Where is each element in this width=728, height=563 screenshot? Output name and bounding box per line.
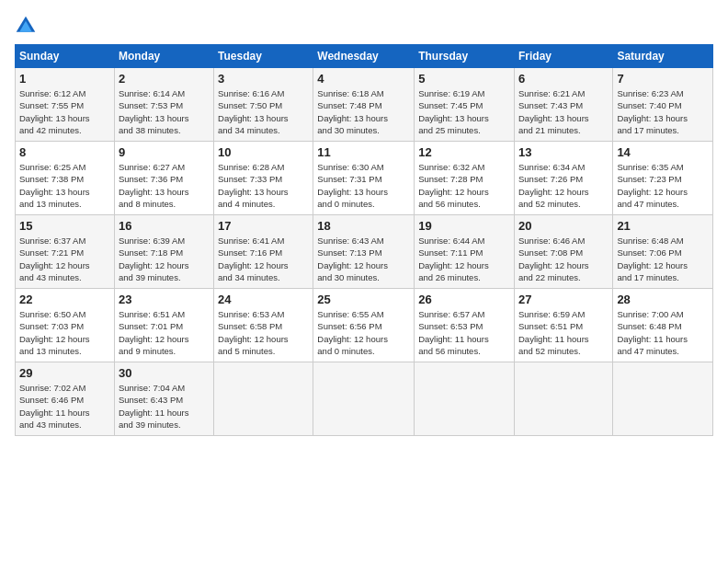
day-info: Sunrise: 6:53 AM Sunset: 6:58 PM Dayligh… <box>218 308 309 357</box>
day-info: Sunrise: 6:18 AM Sunset: 7:48 PM Dayligh… <box>317 87 410 136</box>
calendar-cell: 14Sunrise: 6:35 AM Sunset: 7:23 PM Dayli… <box>613 142 713 215</box>
calendar-cell: 15Sunrise: 6:37 AM Sunset: 7:21 PM Dayli… <box>16 215 115 289</box>
day-info: Sunrise: 6:21 AM Sunset: 7:43 PM Dayligh… <box>518 87 609 136</box>
day-info: Sunrise: 6:34 AM Sunset: 7:26 PM Dayligh… <box>518 161 609 210</box>
day-number: 4 <box>317 72 410 86</box>
day-info: Sunrise: 6:46 AM Sunset: 7:08 PM Dayligh… <box>518 235 609 283</box>
day-number: 29 <box>19 366 110 380</box>
day-number: 7 <box>617 72 709 86</box>
day-number: 13 <box>518 145 609 159</box>
day-info: Sunrise: 7:04 AM Sunset: 6:43 PM Dayligh… <box>119 382 210 431</box>
day-number: 19 <box>418 219 510 233</box>
day-info: Sunrise: 6:30 AM Sunset: 7:31 PM Dayligh… <box>317 161 410 210</box>
day-info: Sunrise: 6:19 AM Sunset: 7:45 PM Dayligh… <box>418 87 510 136</box>
day-info: Sunrise: 6:50 AM Sunset: 7:03 PM Dayligh… <box>19 308 110 357</box>
weekday-header-monday: Monday <box>114 45 213 68</box>
day-number: 28 <box>617 293 709 306</box>
calendar-cell <box>514 362 612 436</box>
calendar-cell: 18Sunrise: 6:43 AM Sunset: 7:13 PM Dayli… <box>313 215 415 289</box>
day-number: 25 <box>317 293 410 306</box>
day-number: 27 <box>518 293 609 306</box>
weekday-header-tuesday: Tuesday <box>214 45 313 68</box>
day-info: Sunrise: 6:59 AM Sunset: 6:51 PM Dayligh… <box>518 308 609 357</box>
day-number: 12 <box>418 145 510 159</box>
calendar-cell: 25Sunrise: 6:55 AM Sunset: 6:56 PM Dayli… <box>313 289 415 362</box>
calendar-cell: 29Sunrise: 7:02 AM Sunset: 6:46 PM Dayli… <box>16 362 115 436</box>
day-number: 11 <box>317 145 410 159</box>
day-info: Sunrise: 6:37 AM Sunset: 7:21 PM Dayligh… <box>19 235 110 283</box>
weekday-header-wednesday: Wednesday <box>313 45 415 68</box>
calendar-cell: 11Sunrise: 6:30 AM Sunset: 7:31 PM Dayli… <box>313 142 415 215</box>
weekday-header-friday: Friday <box>514 45 612 68</box>
day-number: 6 <box>518 72 609 86</box>
calendar-cell: 26Sunrise: 6:57 AM Sunset: 6:53 PM Dayli… <box>415 289 515 362</box>
calendar-cell: 9Sunrise: 6:27 AM Sunset: 7:36 PM Daylig… <box>114 142 213 215</box>
calendar-cell: 30Sunrise: 7:04 AM Sunset: 6:43 PM Dayli… <box>114 362 213 436</box>
calendar-week-2: 8Sunrise: 6:25 AM Sunset: 7:38 PM Daylig… <box>16 142 713 215</box>
calendar-cell: 10Sunrise: 6:28 AM Sunset: 7:33 PM Dayli… <box>214 142 313 215</box>
calendar-cell: 4Sunrise: 6:18 AM Sunset: 7:48 PM Daylig… <box>313 68 415 142</box>
calendar-header: SundayMondayTuesdayWednesdayThursdayFrid… <box>16 45 713 68</box>
weekday-header-saturday: Saturday <box>613 45 713 68</box>
day-info: Sunrise: 6:25 AM Sunset: 7:38 PM Dayligh… <box>19 161 110 210</box>
day-number: 2 <box>119 72 210 86</box>
weekday-header-sunday: Sunday <box>16 45 115 68</box>
day-info: Sunrise: 6:27 AM Sunset: 7:36 PM Dayligh… <box>119 161 210 210</box>
day-number: 21 <box>617 219 709 233</box>
day-number: 3 <box>218 72 309 86</box>
day-number: 8 <box>19 145 110 159</box>
day-number: 18 <box>317 219 410 233</box>
day-info: Sunrise: 6:55 AM Sunset: 6:56 PM Dayligh… <box>317 308 410 357</box>
day-info: Sunrise: 6:32 AM Sunset: 7:28 PM Dayligh… <box>418 161 510 210</box>
day-number: 26 <box>418 293 510 306</box>
day-info: Sunrise: 6:35 AM Sunset: 7:23 PM Dayligh… <box>617 161 709 210</box>
logo-icon <box>15 15 37 37</box>
day-info: Sunrise: 6:28 AM Sunset: 7:33 PM Dayligh… <box>218 161 309 210</box>
day-info: Sunrise: 6:43 AM Sunset: 7:13 PM Dayligh… <box>317 235 410 283</box>
day-number: 9 <box>119 145 210 159</box>
day-number: 22 <box>19 293 110 306</box>
day-info: Sunrise: 6:41 AM Sunset: 7:16 PM Dayligh… <box>218 235 309 283</box>
calendar-cell: 19Sunrise: 6:44 AM Sunset: 7:11 PM Dayli… <box>415 215 515 289</box>
calendar-cell: 1Sunrise: 6:12 AM Sunset: 7:55 PM Daylig… <box>16 68 115 142</box>
day-info: Sunrise: 7:02 AM Sunset: 6:46 PM Dayligh… <box>19 382 110 431</box>
day-number: 5 <box>418 72 510 86</box>
calendar-week-5: 29Sunrise: 7:02 AM Sunset: 6:46 PM Dayli… <box>16 362 713 436</box>
calendar-cell: 7Sunrise: 6:23 AM Sunset: 7:40 PM Daylig… <box>613 68 713 142</box>
day-info: Sunrise: 6:16 AM Sunset: 7:50 PM Dayligh… <box>218 87 309 136</box>
day-info: Sunrise: 6:51 AM Sunset: 7:01 PM Dayligh… <box>119 308 210 357</box>
weekday-row: SundayMondayTuesdayWednesdayThursdayFrid… <box>16 45 713 68</box>
calendar-cell: 16Sunrise: 6:39 AM Sunset: 7:18 PM Dayli… <box>114 215 213 289</box>
calendar-cell <box>613 362 713 436</box>
day-info: Sunrise: 6:14 AM Sunset: 7:53 PM Dayligh… <box>119 87 210 136</box>
page-container: SundayMondayTuesdayWednesdayThursdayFrid… <box>0 0 728 443</box>
day-info: Sunrise: 6:57 AM Sunset: 6:53 PM Dayligh… <box>418 308 510 357</box>
day-number: 1 <box>19 72 110 86</box>
calendar-cell: 22Sunrise: 6:50 AM Sunset: 7:03 PM Dayli… <box>16 289 115 362</box>
calendar-cell: 24Sunrise: 6:53 AM Sunset: 6:58 PM Dayli… <box>214 289 313 362</box>
calendar-cell: 23Sunrise: 6:51 AM Sunset: 7:01 PM Dayli… <box>114 289 213 362</box>
weekday-header-thursday: Thursday <box>415 45 515 68</box>
calendar-cell: 28Sunrise: 7:00 AM Sunset: 6:48 PM Dayli… <box>613 289 713 362</box>
calendar-cell: 13Sunrise: 6:34 AM Sunset: 7:26 PM Dayli… <box>514 142 612 215</box>
day-number: 15 <box>19 219 110 233</box>
calendar-week-1: 1Sunrise: 6:12 AM Sunset: 7:55 PM Daylig… <box>16 68 713 142</box>
calendar-cell: 21Sunrise: 6:48 AM Sunset: 7:06 PM Dayli… <box>613 215 713 289</box>
calendar-cell: 6Sunrise: 6:21 AM Sunset: 7:43 PM Daylig… <box>514 68 612 142</box>
day-info: Sunrise: 6:44 AM Sunset: 7:11 PM Dayligh… <box>418 235 510 283</box>
day-number: 14 <box>617 145 709 159</box>
calendar-week-3: 15Sunrise: 6:37 AM Sunset: 7:21 PM Dayli… <box>16 215 713 289</box>
calendar-cell: 5Sunrise: 6:19 AM Sunset: 7:45 PM Daylig… <box>415 68 515 142</box>
calendar-cell: 27Sunrise: 6:59 AM Sunset: 6:51 PM Dayli… <box>514 289 612 362</box>
calendar-cell: 17Sunrise: 6:41 AM Sunset: 7:16 PM Dayli… <box>214 215 313 289</box>
day-number: 23 <box>119 293 210 306</box>
calendar-cell: 3Sunrise: 6:16 AM Sunset: 7:50 PM Daylig… <box>214 68 313 142</box>
calendar-cell: 8Sunrise: 6:25 AM Sunset: 7:38 PM Daylig… <box>16 142 115 215</box>
day-info: Sunrise: 6:23 AM Sunset: 7:40 PM Dayligh… <box>617 87 709 136</box>
day-info: Sunrise: 6:12 AM Sunset: 7:55 PM Dayligh… <box>19 87 110 136</box>
day-info: Sunrise: 6:48 AM Sunset: 7:06 PM Dayligh… <box>617 235 709 283</box>
calendar: SundayMondayTuesdayWednesdayThursdayFrid… <box>15 44 713 436</box>
day-number: 24 <box>218 293 309 306</box>
calendar-cell <box>415 362 515 436</box>
calendar-cell <box>214 362 313 436</box>
